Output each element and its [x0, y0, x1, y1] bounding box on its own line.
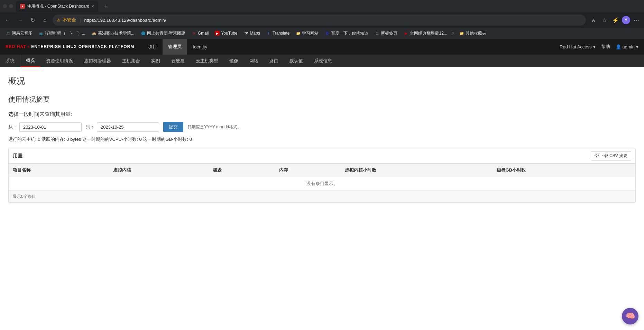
- back-button[interactable]: ←: [3, 15, 12, 25]
- bookmark-label-gmail: Gmail: [198, 31, 209, 36]
- bookmark-label-youtube: YouTube: [221, 31, 237, 36]
- col-memory: 内存: [275, 164, 341, 177]
- submit-button[interactable]: 提交: [163, 122, 183, 132]
- bookmark-youtube[interactable]: ▶ YouTube: [212, 30, 240, 36]
- tab-flavors[interactable]: 云主机类型: [190, 55, 224, 67]
- bookmark-favicon-maps: 🗺: [244, 31, 249, 36]
- bookmark-label-newtab: 新标签页: [381, 30, 397, 36]
- bookmark-favicon-bili: 📺: [39, 31, 44, 36]
- bookmark-other[interactable]: 📁 其他收藏夹: [457, 30, 489, 37]
- bookmark-label-translate: Translate: [273, 31, 290, 36]
- more-button[interactable]: ⋯: [632, 15, 641, 25]
- bookmark-label-baidu: 百度一下，你就知道: [331, 30, 368, 36]
- tab-defaults[interactable]: 默认值: [284, 55, 309, 67]
- address-input[interactable]: ⚠ 不安全 | https://192.168.43.129/dashboard…: [53, 15, 586, 26]
- help-button[interactable]: 帮助: [601, 44, 610, 50]
- bookmark-bili[interactable]: 📺 哔哩哔哩（ ゜- ゜）...: [36, 30, 88, 37]
- tab-host-aggregate[interactable]: 主机集合: [117, 55, 146, 67]
- profile-button[interactable]: A: [622, 16, 630, 24]
- minimize-button[interactable]: [3, 4, 7, 8]
- tab-overview[interactable]: 概况: [20, 55, 40, 67]
- csv-download-button[interactable]: ⓪ 下载 CSV 摘要: [591, 151, 631, 161]
- brand-platform: ENTERPRISE LINUX OPENSTACK PLATFORM: [31, 44, 134, 49]
- bookmark-baidu[interactable]: B 百度一下，你就知道: [322, 30, 371, 37]
- tab-images[interactable]: 镜像: [224, 55, 244, 67]
- user-label: admin: [623, 44, 635, 49]
- user-chevron: ▾: [636, 44, 638, 49]
- page-title: 概况: [8, 75, 636, 86]
- bookmark-button[interactable]: ☆: [600, 15, 609, 25]
- nav-identity[interactable]: Identity: [187, 39, 213, 55]
- user-icon: 👤: [616, 44, 621, 49]
- table-header: 项目名称 虚拟内核 磁盘 内存 虚拟内核小时数 磁盘GB小时数: [9, 164, 635, 177]
- browser-chrome: ● 使用概况 - OpenStack Dashboard × + ← → ↻ ⌂…: [0, 0, 644, 39]
- sub-nav: 系统 概况 资源使用情况 虚拟机管理器 主机集合 实例 云硬盘 云主机类型 镜像…: [0, 55, 644, 67]
- bookmark-label-study: 学习网站: [302, 30, 319, 36]
- tab-routers[interactable]: 路由: [264, 55, 284, 67]
- bookmarks-more-button[interactable]: »: [451, 30, 456, 36]
- forward-button[interactable]: →: [15, 15, 25, 25]
- tab-vm-manager[interactable]: 虚拟机管理器: [79, 55, 117, 67]
- tab-close-button[interactable]: ×: [91, 3, 94, 9]
- bookmark-favicon-other: 📁: [459, 31, 464, 36]
- bookmark-qingtuan[interactable]: 🌐 网上共青团·智慧团建: [138, 30, 188, 37]
- user-menu-button[interactable]: 👤 admin ▾: [616, 44, 638, 49]
- section-title: 使用情况摘要: [8, 95, 636, 104]
- maximize-button[interactable]: [9, 4, 13, 8]
- csv-label: 下载 CSV 摘要: [600, 153, 627, 159]
- query-form: 从： 到： 提交 日期应是YYYY-mm-dd格式。: [8, 122, 636, 132]
- refresh-button[interactable]: ↻: [28, 15, 37, 25]
- bookmark-label-wyy: 网易云音乐: [12, 30, 33, 36]
- nav-admin[interactable]: 管理员: [163, 39, 187, 55]
- query-label: 选择一段时间来查询其用量:: [8, 111, 636, 118]
- brand-trademark: ®: [27, 45, 30, 48]
- security-label: 不安全: [63, 17, 76, 23]
- nav-projects[interactable]: 项目: [142, 39, 163, 55]
- bookmark-gmail[interactable]: ✉ Gmail: [189, 30, 211, 36]
- bookmark-label-other: 其他收藏夹: [466, 30, 486, 36]
- redhat-access-label: Red Hat Access: [560, 44, 592, 49]
- address-actions: A ☆ ⚡ A ⋯: [589, 15, 641, 25]
- to-label: 到：: [86, 124, 95, 130]
- address-bar: ← → ↻ ⌂ ⚠ 不安全 | https://192.168.43.129/d…: [0, 12, 644, 28]
- tab-favicon: ●: [20, 4, 25, 9]
- bookmark-favicon-baidu: B: [325, 31, 330, 36]
- tab-instances[interactable]: 实例: [146, 55, 166, 67]
- bookmark-favicon-study: 📁: [296, 31, 301, 36]
- col-project-name: 项目名称: [9, 164, 109, 177]
- new-tab-button[interactable]: +: [101, 1, 111, 11]
- hint-text: 日期应是YYYY-mm-dd格式。: [187, 124, 241, 130]
- from-input[interactable]: [19, 122, 82, 132]
- col-disk-gb-hours: 磁盘GB小时数: [493, 164, 636, 177]
- tab-resource-usage[interactable]: 资源使用情况: [40, 55, 79, 67]
- col-vcpu-hours: 虚拟内核小时数: [341, 164, 492, 177]
- active-tab[interactable]: ● 使用概况 - OpenStack Dashboard ×: [16, 1, 98, 12]
- usage-table: 项目名称 虚拟内核 磁盘 内存 虚拟内核小时数 磁盘GB小时数 没有条目显示。: [9, 164, 635, 191]
- tab-sysinfo[interactable]: 系统信息: [309, 55, 338, 67]
- bookmark-favicon-youtube: ▶: [215, 31, 220, 36]
- bookmark-translate[interactable]: T Translate: [264, 30, 293, 36]
- redhat-access-button[interactable]: Red Hat Access ▾: [560, 44, 596, 49]
- bookmark-label-whu: 芜湖职业技术学院...: [98, 30, 135, 36]
- security-icon: ⚠: [57, 18, 61, 22]
- bookmark-maps[interactable]: 🗺 Maps: [241, 30, 263, 36]
- bookmark-wyy[interactable]: 🎵 网易云音乐: [3, 30, 35, 37]
- extensions-button[interactable]: ⚡: [611, 15, 620, 25]
- to-input[interactable]: [97, 122, 159, 132]
- top-nav-links: 项目 管理员 Identity: [142, 39, 213, 55]
- tab-networks[interactable]: 网络: [244, 55, 264, 67]
- tab-volumes[interactable]: 云硬盘: [166, 55, 190, 67]
- bookmark-favicon-qingtuan: 🌐: [141, 31, 146, 36]
- redhat-access-chevron: ▾: [593, 44, 596, 49]
- bookmark-allsite[interactable]: ▶ 全网经典翻墙后12...: [401, 30, 450, 37]
- top-nav: RED HAT ® ENTERPRISE LINUX OPENSTACK PLA…: [0, 39, 644, 55]
- translate-button[interactable]: A: [589, 15, 598, 25]
- home-button[interactable]: ⌂: [40, 15, 50, 25]
- brand: RED HAT ® ENTERPRISE LINUX OPENSTACK PLA…: [6, 44, 134, 49]
- bookmark-whu[interactable]: 🏫 芜湖职业技术学院...: [89, 30, 137, 37]
- query-section: 选择一段时间来查询其用量: 从： 到： 提交 日期应是YYYY-mm-dd格式。…: [8, 111, 636, 143]
- bookmark-study[interactable]: 📁 学习网站: [293, 30, 321, 37]
- bookmark-newtab[interactable]: □ 新标签页: [372, 30, 400, 37]
- help-label: 帮助: [601, 44, 610, 50]
- tab-title: 使用概况 - OpenStack Dashboard: [27, 3, 89, 9]
